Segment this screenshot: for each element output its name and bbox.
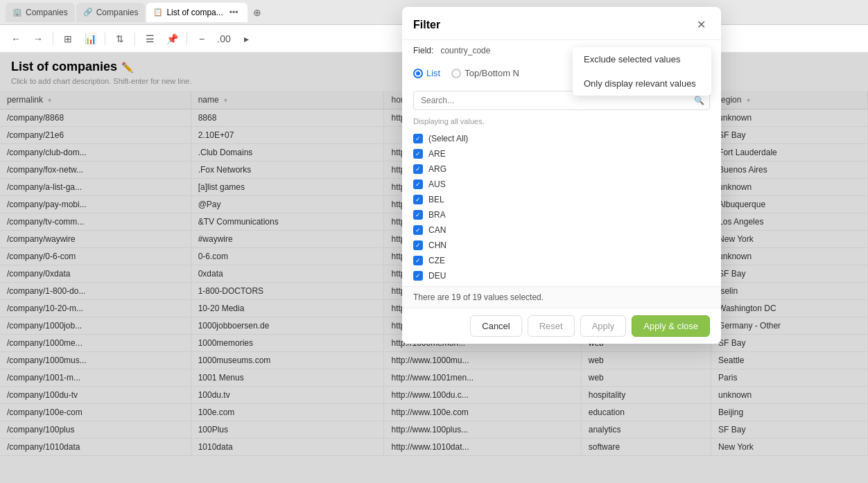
reset-button[interactable]: Reset: [528, 315, 575, 337]
checkbox-ARE: [413, 149, 423, 159]
checkbox-DEU: [413, 271, 423, 281]
checkbox-item-ARG[interactable]: ARG: [402, 161, 721, 177]
checkbox-label-CHN: CHN: [428, 240, 446, 250]
more-button[interactable]: ▸: [237, 30, 255, 48]
checkbox-label-select-all: (Select All): [428, 134, 468, 143]
checkbox-label-CZE: CZE: [428, 256, 445, 265]
separator2: [105, 33, 105, 45]
checkbox-label-AUS: AUS: [428, 179, 446, 189]
checkbox-label-ARE: ARE: [428, 149, 446, 159]
checkbox-label-BEL: BEL: [428, 195, 444, 204]
modal-close-button[interactable]: ✕: [693, 17, 710, 33]
modal-status: There are 19 of 19 values selected.: [402, 286, 721, 308]
checkbox-label-BRA: BRA: [428, 210, 446, 220]
decimal-button[interactable]: .00: [215, 30, 233, 48]
checkbox-item-CZE[interactable]: CZE: [402, 253, 721, 268]
list-companies-icon: 📋: [153, 8, 163, 17]
cancel-button[interactable]: Cancel: [470, 315, 521, 337]
settings-dropdown: Exclude selected values Only display rel…: [573, 47, 711, 96]
apply-close-button[interactable]: Apply & close: [632, 315, 710, 337]
modal-tab-topbottom-radio: [451, 69, 461, 78]
tab-companies1[interactable]: 🏢 Companies: [6, 3, 75, 22]
checkbox-label-DEU: DEU: [428, 271, 446, 281]
separator4: [186, 33, 187, 45]
modal-tab-topbottom[interactable]: Top/Bottom N: [451, 68, 519, 78]
modal-footer: Cancel Reset Apply Apply & close: [402, 308, 721, 344]
add-tab-button[interactable]: ⊕: [249, 7, 266, 18]
modal-tab-list-radio: [413, 69, 423, 78]
checkbox-label-CAN: CAN: [428, 225, 446, 235]
checkbox-BEL: [413, 195, 423, 204]
separator3: [134, 33, 135, 45]
modal-tab-list-label: List: [426, 68, 440, 78]
separator1: [53, 33, 53, 45]
settings-relevant-item[interactable]: Only display relevant values: [573, 71, 711, 96]
checkbox-ARG: [413, 164, 423, 174]
minus-button[interactable]: −: [193, 30, 211, 48]
checkbox-CZE: [413, 256, 423, 265]
modal-header: Filter ✕: [402, 7, 721, 40]
tab-list-companies[interactable]: 📋 List of compa... •••: [146, 3, 248, 22]
modal-title: Filter: [413, 19, 440, 31]
tab-list-companies-label: List of compa...: [166, 8, 223, 17]
sort-button[interactable]: ⇅: [111, 30, 129, 48]
checkbox-item-CAN[interactable]: CAN: [402, 222, 721, 238]
checkbox-label-ARG: ARG: [428, 164, 446, 174]
search-icon: 🔍: [694, 96, 704, 105]
checkbox-item-ARE[interactable]: ARE: [402, 146, 721, 161]
view-button[interactable]: ⊞: [59, 30, 77, 48]
checkbox-item-CHN[interactable]: CHN: [402, 238, 721, 253]
tab-companies2[interactable]: 🔗 Companies: [76, 3, 146, 22]
checkbox-BRA: [413, 210, 423, 220]
tab-companies2-label: Companies: [96, 8, 139, 17]
back-button[interactable]: ←: [7, 30, 25, 48]
companies1-icon: 🏢: [12, 8, 22, 17]
checkbox-list: (Select All) ARE ARG AUS BEL BRA CAN CHN…: [402, 128, 721, 286]
forward-button[interactable]: →: [29, 30, 47, 48]
filter-button[interactable]: ☰: [141, 30, 159, 48]
field-label: Field:: [413, 46, 433, 55]
apply-button[interactable]: Apply: [580, 315, 627, 337]
checkbox-item-BRA[interactable]: BRA: [402, 207, 721, 222]
modal-tab-list[interactable]: List: [413, 68, 440, 78]
checkbox-item-DEU[interactable]: DEU: [402, 268, 721, 283]
checkbox-AUS: [413, 179, 423, 189]
modal-tab-topbottom-label: Top/Bottom N: [465, 68, 519, 78]
companies2-icon: 🔗: [83, 8, 93, 17]
displaying-text: Displaying all values.: [402, 116, 721, 128]
checkbox-item-select-all[interactable]: (Select All): [402, 131, 721, 146]
tab-companies1-label: Companies: [26, 8, 68, 17]
checkbox-CAN: [413, 225, 423, 235]
checkbox-select-all: [413, 134, 423, 143]
field-value: country_code: [440, 46, 490, 55]
tab-more-button[interactable]: •••: [227, 8, 241, 17]
checkbox-CHN: [413, 240, 423, 250]
pin-button[interactable]: 📌: [163, 30, 181, 48]
settings-exclude-item[interactable]: Exclude selected values: [573, 47, 711, 71]
checkbox-item-AUS[interactable]: AUS: [402, 177, 721, 192]
chart-button[interactable]: 📊: [81, 30, 99, 48]
checkbox-item-BEL[interactable]: BEL: [402, 192, 721, 207]
filter-modal: Filter ✕ Field: country_code List Top/Bo…: [402, 7, 721, 344]
